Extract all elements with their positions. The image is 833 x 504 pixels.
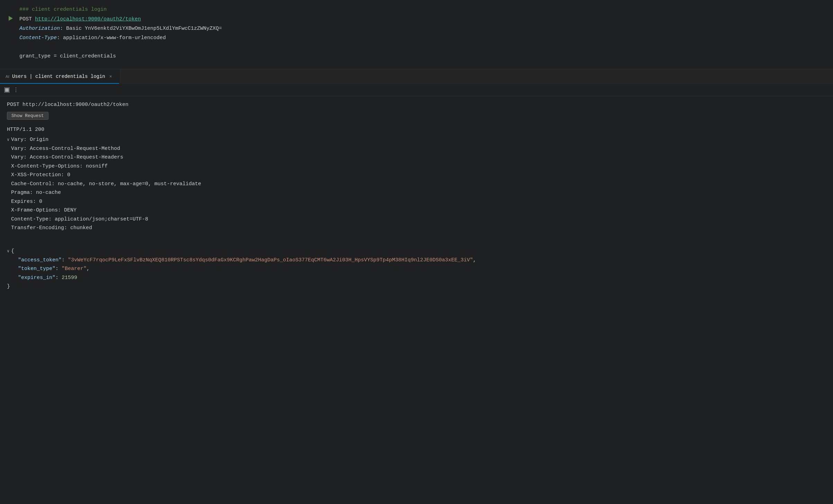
header-cache-control: Cache-Control: no-cache, no-store, max-a… — [7, 180, 826, 189]
more-options-button[interactable]: ⋮ — [13, 87, 19, 93]
header-vary-method: Vary: Access-Control-Request-Method — [7, 144, 826, 153]
svg-marker-0 — [9, 16, 13, 21]
response-headers: ∨Vary: Origin Vary: Access-Control-Reque… — [7, 135, 826, 233]
response-body: ∨{ "access_token": "3vWeYcF7rqocP9LeFxSF… — [7, 247, 826, 291]
body-access-token-line: "access_token": "3vWeYcF7rqocP9LeFxSFlvB… — [7, 256, 826, 265]
header-xss-protection: X-XSS-Protection: 0 — [7, 171, 826, 180]
active-tab[interactable]: Aℓ Users | client credentials login × — [0, 69, 119, 84]
colon2: : — [57, 35, 63, 41]
json-key-expires-in: "expires_in" — [18, 275, 55, 281]
header-vary-headers: Vary: Access-Control-Request-Headers — [7, 153, 826, 162]
json-value-expires-in: 21599 — [62, 275, 77, 281]
tab-icon: Aℓ — [6, 74, 9, 79]
tab-bar: Aℓ Users | client credentials login × — [0, 69, 833, 84]
response-toolbar: ⋮ — [0, 84, 833, 96]
stop-button[interactable] — [4, 87, 10, 93]
json-value-token-type: "Bearer" — [62, 266, 87, 272]
header-expires: Expires: 0 — [7, 197, 826, 206]
json-key-token-type: "token_type" — [18, 266, 55, 272]
auth-header-key: Authorization — [19, 26, 60, 32]
header-x-content-type: X-Content-Type-Options: nosniff — [7, 162, 826, 171]
header-content-type: Content-Type: application/json;charset=U… — [7, 215, 826, 224]
editor-panel: ### client credentials login POST http:/… — [0, 0, 833, 69]
show-request-button[interactable]: Show Request — [7, 112, 48, 120]
response-request-line: POST http://localhost:9000/oauth2/token — [7, 100, 826, 109]
body-token-type-line: "token_type": "Bearer", — [7, 264, 826, 273]
response-content: POST http://localhost:9000/oauth2/token … — [0, 96, 833, 295]
header-x-frame: X-Frame-Options: DENY — [7, 206, 826, 215]
body-open-brace: ∨{ — [7, 247, 826, 256]
content-type-value: application/x-www-form-urlencoded — [63, 35, 166, 41]
editor-url-link[interactable]: http://localhost:9000/oauth2/token — [35, 16, 141, 22]
method-label: POST — [19, 16, 32, 22]
json-value-access-token: "3vWeYcF7rqocP9LeFxSFlvBzNqXEQ810RPSTsc8… — [68, 257, 473, 263]
body-expires-in-line: "expires_in": 21599 — [7, 273, 826, 282]
header-transfer-encoding: Transfer-Encoding: chunked — [7, 224, 826, 233]
caret-vary-origin[interactable]: ∨ — [7, 136, 11, 143]
response-panel: ⋮ POST http://localhost:9000/oauth2/toke… — [0, 84, 833, 295]
content-type-key: Content-Type — [19, 35, 57, 41]
body-close-brace: } — [7, 282, 826, 291]
header-vary-origin: ∨Vary: Origin — [7, 135, 826, 144]
body-text: grant_type = client_credentials — [19, 53, 116, 59]
colon1: : — [60, 26, 66, 32]
comment-line: ### client credentials login — [19, 6, 826, 14]
auth-header-value: Basic YnV6enktd2ViYXBwOmJ1enp5LXdlYmFwcC… — [66, 26, 222, 32]
response-method: POST — [7, 102, 23, 108]
header-pragma: Pragma: no-cache — [7, 188, 826, 197]
tab-close-button[interactable]: × — [108, 74, 114, 79]
caret-body[interactable]: ∨ — [7, 248, 11, 255]
json-key-access-token: "access_token" — [18, 257, 62, 263]
response-url: http://localhost:9000/oauth2/token — [23, 102, 128, 108]
tab-label: Users | client credentials login — [12, 74, 105, 79]
response-status: HTTP/1.1 200 — [7, 125, 826, 134]
run-button[interactable] — [8, 15, 14, 21]
stop-icon — [5, 88, 9, 92]
